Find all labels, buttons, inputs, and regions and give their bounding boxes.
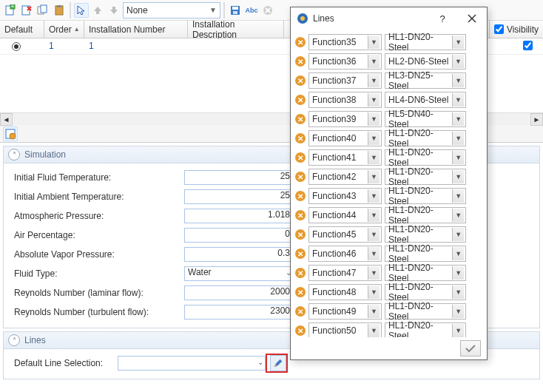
remove-icon[interactable]: ✕: [295, 210, 306, 220]
select-default-line[interactable]: ⌄: [118, 356, 266, 371]
function-spec-select[interactable]: HL1-DN20-Steel▼: [385, 322, 466, 337]
delete-icon[interactable]: [19, 3, 34, 18]
function-spec-select[interactable]: HL5-DN40-Steel▼: [385, 111, 466, 127]
ok-button[interactable]: [460, 340, 481, 356]
remove-icon[interactable]: ✕: [295, 306, 306, 317]
edit-lines-button[interactable]: [270, 355, 286, 371]
move-up-icon[interactable]: [90, 3, 105, 18]
scroll-left-icon[interactable]: ◄: [0, 113, 13, 126]
cursor-icon[interactable]: [74, 3, 89, 18]
remove-icon[interactable]: ✕: [295, 37, 306, 47]
paste-icon[interactable]: [52, 3, 67, 18]
function-spec-select[interactable]: HL1-DN20-Steel▼: [385, 226, 466, 243]
function-name-select[interactable]: Function38▼: [308, 92, 382, 108]
chevron-down-icon: ▼: [368, 228, 380, 241]
remove-icon[interactable]: ✕: [295, 172, 306, 182]
chevron-down-icon: ▼: [452, 209, 464, 222]
remove-icon[interactable]: ✕: [295, 152, 306, 163]
remove-icon[interactable]: ✕: [295, 325, 306, 336]
select-fluid-type[interactable]: Water⌄: [184, 266, 294, 281]
input-atm-pressure[interactable]: 1.018: [184, 209, 294, 223]
visibility-header-checkbox[interactable]: [494, 24, 504, 34]
function-name-select[interactable]: Function47▼: [308, 265, 382, 281]
function-spec-select[interactable]: HL2-DN6-Steel▼: [385, 53, 466, 70]
remove-icon[interactable]: ✕: [295, 56, 306, 67]
col-default[interactable]: Default: [0, 21, 44, 38]
svg-rect-12: [233, 11, 237, 14]
svg-point-17: [10, 133, 16, 139]
default-radio[interactable]: [12, 42, 21, 51]
cancel-icon[interactable]: [260, 3, 275, 18]
function-name-select[interactable]: Function41▼: [308, 149, 382, 166]
collapse-icon[interactable]: ˄: [8, 149, 20, 160]
function-spec-select[interactable]: HL1-DN20-Steel▼: [385, 284, 466, 300]
function-spec-select[interactable]: HL3-DN25-Steel▼: [385, 72, 466, 89]
function-name-select[interactable]: Function49▼: [308, 303, 382, 320]
function-name-select[interactable]: Function48▼: [308, 284, 382, 300]
function-name-select[interactable]: Function36▼: [308, 53, 382, 70]
function-name-select[interactable]: Function50▼: [308, 322, 382, 337]
function-row: ✕Function40▼HL1-DN20-Steel▼: [295, 129, 479, 148]
function-name-select[interactable]: Function43▼: [308, 188, 382, 204]
function-spec-select[interactable]: HL1-DN20-Steel▼: [385, 130, 466, 146]
function-name-select[interactable]: Function45▼: [308, 226, 382, 243]
chevron-down-icon: ▼: [368, 285, 380, 299]
abc-icon[interactable]: Abc: [244, 3, 259, 18]
function-name-select[interactable]: Function37▼: [308, 72, 382, 89]
label-fluid-type: Fluid Type:: [14, 268, 184, 279]
function-name-select[interactable]: Function40▼: [308, 130, 382, 146]
col-install-num[interactable]: Installation Number: [84, 21, 188, 38]
chevron-down-icon: ⌄: [257, 358, 263, 366]
remove-icon[interactable]: ✕: [295, 249, 306, 259]
function-spec-select[interactable]: HL1-DN20-Steel▼: [385, 188, 466, 204]
chevron-down-icon: ▼: [452, 189, 464, 203]
function-name-select[interactable]: Function39▼: [308, 111, 382, 127]
close-button[interactable]: [457, 7, 487, 30]
new-icon[interactable]: +: [3, 3, 18, 18]
col-visibility[interactable]: Visibility: [489, 21, 543, 38]
remove-icon[interactable]: ✕: [295, 133, 306, 143]
function-spec-select[interactable]: HL1-DN20-Steel▼: [385, 246, 466, 262]
label-initial-fluid: Initial Fluid Temperature:: [14, 172, 184, 183]
save-icon[interactable]: [228, 3, 243, 18]
copy-icon[interactable]: [36, 3, 50, 18]
help-button[interactable]: ?: [428, 7, 457, 30]
collapse-icon[interactable]: ˄: [8, 334, 20, 346]
chevron-down-icon: ▼: [452, 74, 464, 87]
scroll-right-icon[interactable]: ►: [530, 113, 543, 126]
remove-icon[interactable]: ✕: [295, 95, 306, 105]
function-spec-select[interactable]: HL1-DN20-Steel▼: [385, 265, 466, 281]
remove-icon[interactable]: ✕: [295, 229, 306, 240]
remove-icon[interactable]: ✕: [295, 114, 306, 124]
input-re-laminar[interactable]: 2000: [184, 285, 294, 300]
function-name-select[interactable]: Function35▼: [308, 34, 382, 50]
chevron-down-icon: ▼: [452, 112, 464, 126]
remove-icon[interactable]: ✕: [295, 75, 306, 86]
function-name-select[interactable]: Function42▼: [308, 169, 382, 185]
input-abs-vapor[interactable]: 0.3: [184, 247, 294, 262]
properties-icon[interactable]: [3, 126, 18, 141]
remove-icon[interactable]: ✕: [295, 191, 306, 201]
remove-icon[interactable]: ✕: [295, 268, 306, 278]
input-air-pct[interactable]: 0: [184, 228, 294, 243]
col-install-desc[interactable]: Installation Description: [188, 21, 284, 38]
function-spec-select[interactable]: HL1-DN20-Steel▼: [385, 34, 466, 50]
col-order[interactable]: Order▲: [44, 21, 84, 38]
function-spec-select[interactable]: HL1-DN20-Steel▼: [385, 169, 466, 185]
function-name-select[interactable]: Function44▼: [308, 207, 382, 223]
dialog-titlebar[interactable]: Lines ?: [291, 7, 487, 30]
function-spec-select[interactable]: HL4-DN6-Steel▼: [385, 92, 466, 108]
function-spec-select[interactable]: HL1-DN20-Steel▼: [385, 207, 466, 223]
function-name-select[interactable]: Function46▼: [308, 246, 382, 262]
input-re-turbulent[interactable]: 2300: [184, 305, 294, 320]
input-initial-fluid[interactable]: 25: [184, 170, 294, 185]
function-spec-select[interactable]: HL1-DN20-Steel▼: [385, 303, 466, 320]
move-down-icon[interactable]: [107, 3, 121, 18]
toolbar-select[interactable]: None ▼: [123, 2, 220, 18]
function-spec-select[interactable]: HL1-DN20-Steel▼: [385, 149, 466, 166]
row-visibility-checkbox[interactable]: [523, 41, 533, 50]
chevron-down-icon: ▼: [452, 285, 464, 299]
input-initial-ambient[interactable]: 25: [184, 189, 294, 204]
chevron-down-icon: ▼: [368, 324, 380, 337]
remove-icon[interactable]: ✕: [295, 287, 306, 297]
